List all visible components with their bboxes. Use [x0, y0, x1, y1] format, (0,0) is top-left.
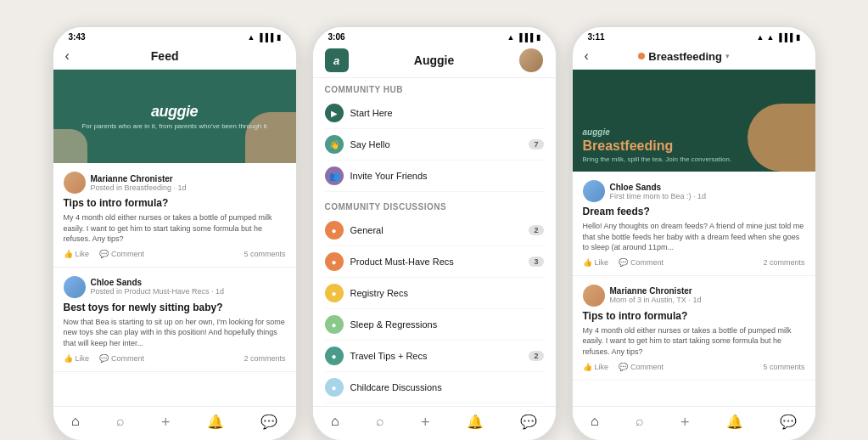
- post-sub-2: Posted in Product Must-Have Recs · 1d: [91, 287, 286, 296]
- bf-comment-label-1: Comment: [630, 258, 664, 267]
- nav-plus-2[interactable]: +: [421, 414, 430, 432]
- back-button-3[interactable]: ‹: [585, 48, 589, 64]
- bf-header-group: Breastfeeding ▾: [638, 50, 730, 63]
- feed-hero: auggie For parents who are in it, from p…: [53, 70, 296, 163]
- sleep-label: Sleep & Regressions: [350, 319, 544, 330]
- product-recs-label: Product Must-Have Recs: [350, 257, 523, 267]
- bottom-nav-2: ⌂ ⌕ + 🔔 💬: [313, 406, 556, 440]
- travel-badge: 2: [529, 351, 543, 361]
- phone-breastfeeding: 3:11 ▲ ▲ ▐▐▐ ▮ ‹ Breastfeeding ▾ auggie: [571, 25, 817, 440]
- wifi-icon: ▲: [247, 33, 255, 42]
- chevron-down-icon: ▾: [725, 52, 730, 60]
- feed-hero-tagline: For parents who are in it, from parents …: [81, 122, 266, 130]
- avatar-1: [64, 172, 86, 194]
- nav-chat-3[interactable]: 💬: [780, 414, 797, 432]
- nav-bell-1[interactable]: 🔔: [207, 414, 224, 432]
- bf-comments-count-2: 5 comments: [763, 363, 804, 371]
- item-say-hello[interactable]: 👋 Say Hello 7: [325, 129, 544, 161]
- bf-post-1: Chloe Sands First time mom to Bea :) · 1…: [573, 172, 815, 276]
- say-hello-badge: 7: [529, 139, 543, 149]
- nav-search-1[interactable]: ⌕: [116, 414, 125, 432]
- nav-chat-1[interactable]: 💬: [260, 414, 277, 432]
- nav-bell-2[interactable]: 🔔: [467, 414, 484, 432]
- bf-thumbs-icon-1: 👍: [583, 258, 592, 267]
- bf-like-button-2[interactable]: 👍 Like: [583, 363, 609, 371]
- section-discussions: Community Discussions ● General 2 ● Prod…: [313, 195, 556, 406]
- feed-hero-content: auggie For parents who are in it, from p…: [64, 80, 286, 153]
- bf-comment-icon-2: 💬: [619, 363, 628, 371]
- item-childcare[interactable]: ● Childcare Discussions: [325, 372, 544, 403]
- thumbs-up-icon-2: 👍: [64, 354, 73, 363]
- like-label-1: Like: [76, 250, 90, 258]
- signal-icon-3: ▐▐▐: [776, 33, 792, 42]
- comment-label-1: Comment: [111, 250, 144, 258]
- signal-icon-2: ▐▐▐: [517, 33, 533, 42]
- bf-comment-button-2[interactable]: 💬 Comment: [619, 363, 664, 371]
- nav-chat-2[interactable]: 💬: [520, 414, 537, 432]
- bf-post-2: Marianne Chronister Mom of 3 in Austin, …: [573, 276, 815, 381]
- registry-label: Registry Recs: [350, 288, 544, 298]
- thumbs-up-icon: 👍: [64, 250, 73, 258]
- general-icon: ●: [325, 221, 344, 240]
- item-registry[interactable]: ● Registry Recs: [325, 278, 544, 309]
- bf-hero-title: Breastfeeding: [583, 138, 805, 154]
- bottom-nav-1: ⌂ ⌕ + 🔔 💬: [53, 406, 296, 440]
- like-button-2[interactable]: 👍 Like: [64, 354, 90, 363]
- user-avatar[interactable]: [519, 48, 543, 72]
- bf-comment-button-1[interactable]: 💬 Comment: [619, 258, 664, 267]
- sleep-icon: ●: [325, 315, 344, 334]
- travel-icon: ●: [325, 347, 344, 365]
- nav-bell-3[interactable]: 🔔: [726, 414, 743, 432]
- registry-icon: ●: [325, 284, 344, 302]
- bf-like-button-1[interactable]: 👍 Like: [583, 258, 609, 267]
- auggie-icon[interactable]: a: [325, 48, 349, 72]
- location-icon: ▲: [757, 33, 764, 42]
- item-product-recs[interactable]: ● Product Must-Have Recs 3: [325, 246, 544, 278]
- bf-comment-label-2: Comment: [630, 363, 664, 371]
- comment-label-2: Comment: [111, 354, 144, 363]
- post-title-1[interactable]: Tips to intro formula?: [64, 197, 286, 209]
- back-button[interactable]: ‹: [65, 48, 70, 64]
- auggie-icon-letter: a: [333, 54, 339, 67]
- comment-icon-1: 💬: [99, 250, 109, 258]
- post-meta-2: Chloe Sands Posted in Product Must-Have …: [64, 276, 286, 298]
- comment-button-1[interactable]: 💬 Comment: [99, 250, 144, 258]
- bf-post-sub-2: Mom of 3 in Austin, TX · 1d: [610, 296, 805, 304]
- bf-comments-count-1: 2 comments: [763, 258, 804, 267]
- nav-search-3[interactable]: ⌕: [636, 414, 644, 432]
- item-invite[interactable]: 👥 Invite Your Friends: [325, 161, 544, 192]
- status-bar-3: 3:11 ▲ ▲ ▐▐▐ ▮: [573, 27, 815, 43]
- nav-search-2[interactable]: ⌕: [376, 414, 384, 432]
- bf-post-meta-text-1: Chloe Sands First time mom to Bea :) · 1…: [610, 183, 805, 200]
- section-disc-title: Community Discussions: [325, 202, 544, 212]
- bf-post-body-2: My 4 month old either nurses or takes a …: [583, 325, 805, 358]
- post-meta-text-2: Chloe Sands Posted in Product Must-Have …: [91, 278, 286, 296]
- time-2: 3:06: [328, 32, 345, 42]
- feed-post-2: Chloe Sands Posted in Product Must-Have …: [53, 268, 296, 372]
- item-general[interactable]: ● General 2: [325, 215, 544, 246]
- time-3: 3:11: [588, 32, 605, 42]
- comment-icon-2: 💬: [99, 354, 109, 363]
- bf-hero-subtitle: Bring the milk, spill the tea. Join the …: [583, 155, 805, 163]
- start-here-icon: ▶: [325, 104, 344, 122]
- nav-plus-3[interactable]: +: [680, 414, 690, 432]
- childcare-label: Childcare Discussions: [350, 382, 544, 392]
- item-travel[interactable]: ● Travel Tips + Recs 2: [325, 341, 544, 372]
- nav-home-2[interactable]: ⌂: [331, 414, 339, 432]
- post-title-2[interactable]: Best toys for newly sitting baby?: [64, 302, 286, 313]
- nav-home-3[interactable]: ⌂: [591, 414, 599, 432]
- bf-post-title-2[interactable]: Tips to intro formula?: [583, 310, 805, 322]
- item-sleep[interactable]: ● Sleep & Regressions: [325, 309, 544, 341]
- feed-title: Feed: [151, 49, 179, 63]
- bf-post-title-1[interactable]: Dream feeds?: [583, 206, 805, 217]
- nav-home-1[interactable]: ⌂: [71, 414, 80, 432]
- wifi-icon-3: ▲: [766, 33, 774, 42]
- comment-button-2[interactable]: 💬 Comment: [99, 354, 144, 363]
- bottom-nav-3: ⌂ ⌕ + 🔔 💬: [573, 406, 815, 440]
- nav-plus-1[interactable]: +: [161, 414, 171, 432]
- like-button-1[interactable]: 👍 Like: [64, 250, 90, 258]
- item-start-here[interactable]: ▶ Start Here: [325, 98, 544, 129]
- status-bar-1: 3:43 ▲ ▐▐▐ ▮: [53, 27, 296, 43]
- bf-post-author-2: Marianne Chronister: [610, 286, 805, 296]
- wifi-icon-2: ▲: [507, 33, 514, 42]
